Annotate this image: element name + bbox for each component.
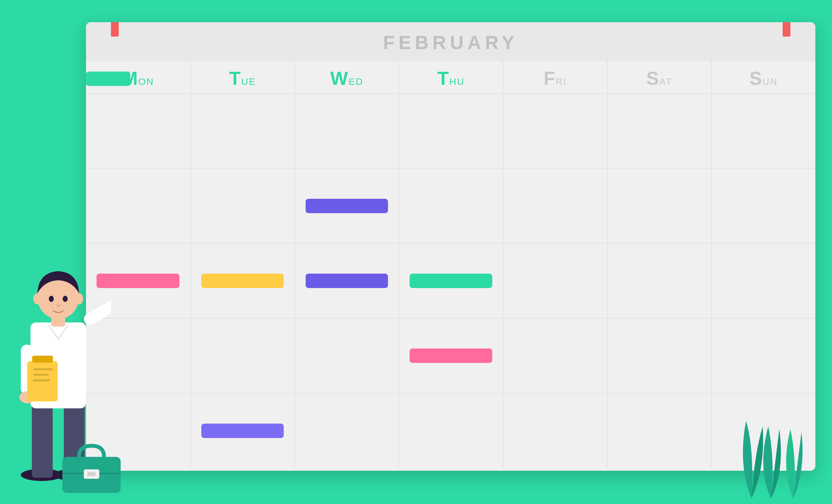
leaf-decoration [729, 371, 824, 499]
day-header-tue: TUE [191, 61, 294, 94]
pin-left [111, 22, 119, 36]
svg-point-18 [49, 296, 54, 302]
day-rest-sun: UN [762, 76, 778, 87]
day-col-sat: SAT [607, 61, 711, 468]
wed-row-3 [295, 244, 398, 319]
held-event-bar [86, 72, 130, 86]
day-header-wed: WED [295, 61, 398, 94]
wed-row-2 [295, 168, 398, 243]
briefcase-illustration [61, 442, 122, 494]
calendar-month-header: FEBRUARY [86, 22, 815, 61]
tue-row-2 [191, 168, 294, 243]
day-header-fri: FRI [503, 61, 607, 94]
tue-row-1 [191, 94, 294, 168]
calendar: FEBRUARY MON TUE [86, 22, 815, 471]
mon-row-2 [86, 168, 190, 243]
day-first-thu: T [437, 68, 449, 89]
day-body-fri [503, 94, 607, 468]
day-col-tue: TUE [190, 61, 294, 468]
calendar-grid: MON TUE [86, 61, 815, 468]
day-first-wed: W [330, 68, 348, 89]
wed-row-5 [295, 394, 398, 468]
day-col-fri: FRI [503, 61, 607, 468]
wed-row-1 [295, 94, 398, 168]
wed-event-purple-1 [306, 199, 388, 213]
day-rest-mon: ON [138, 76, 154, 87]
thu-event-teal [410, 274, 492, 288]
wed-event-purple-2 [306, 274, 388, 288]
thu-row-3 [399, 244, 503, 319]
svg-point-13 [111, 282, 111, 300]
tue-event-yellow [201, 274, 284, 288]
tue-row-5 [191, 394, 294, 468]
day-first-sun: S [749, 68, 762, 89]
svg-point-16 [33, 293, 42, 304]
pin-right [783, 22, 790, 36]
svg-rect-12 [82, 295, 111, 327]
day-header-sun: SUN [712, 61, 815, 94]
svg-rect-9 [33, 368, 53, 370]
day-rest-wed: ED [348, 76, 363, 87]
day-body-tue [191, 94, 294, 468]
day-header-sat: SAT [608, 61, 711, 94]
day-header-thu: THU [399, 61, 503, 94]
tue-event-purple2 [201, 424, 284, 438]
thu-event-pink [410, 348, 492, 363]
tue-row-4 [191, 319, 294, 393]
day-col-wed: WED [294, 61, 398, 468]
svg-rect-23 [87, 472, 96, 476]
svg-rect-8 [32, 356, 53, 363]
day-first-sat: S [646, 68, 659, 89]
day-rest-tue: UE [241, 76, 256, 87]
svg-point-17 [75, 293, 83, 304]
thu-row-4 [399, 319, 503, 393]
svg-point-19 [63, 296, 68, 302]
day-body-wed [295, 94, 398, 468]
day-body-sat [608, 94, 711, 468]
wed-row-4 [295, 319, 398, 393]
mon-row-1 [86, 94, 190, 168]
day-rest-sat: AT [659, 76, 673, 87]
day-col-thu: THU [398, 61, 503, 468]
day-rest-thu: HU [449, 76, 465, 87]
day-first-fri: F [544, 68, 556, 89]
thu-row-5 [399, 394, 503, 468]
svg-rect-2 [32, 403, 53, 478]
day-body-thu [399, 94, 503, 468]
svg-rect-11 [33, 379, 50, 381]
day-rest-fri: RI [555, 76, 567, 87]
thu-row-1 [399, 94, 503, 168]
svg-rect-10 [33, 374, 49, 376]
thu-row-2 [399, 168, 503, 243]
tue-row-3 [191, 244, 294, 319]
day-first-tue: T [229, 68, 241, 89]
